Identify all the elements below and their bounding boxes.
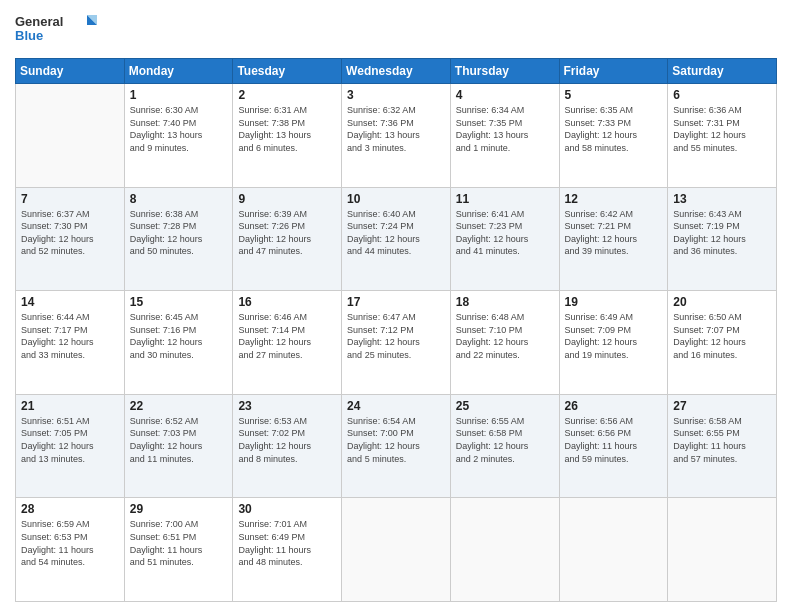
day-number: 13 [673,192,771,206]
calendar-cell: 21Sunrise: 6:51 AM Sunset: 7:05 PM Dayli… [16,394,125,498]
day-number: 26 [565,399,663,413]
day-info: Sunrise: 6:34 AM Sunset: 7:35 PM Dayligh… [456,104,554,154]
calendar-cell: 8Sunrise: 6:38 AM Sunset: 7:28 PM Daylig… [124,187,233,291]
calendar-table: SundayMondayTuesdayWednesdayThursdayFrid… [15,58,777,602]
calendar-cell [668,498,777,602]
calendar-cell: 4Sunrise: 6:34 AM Sunset: 7:35 PM Daylig… [450,84,559,188]
calendar-cell: 9Sunrise: 6:39 AM Sunset: 7:26 PM Daylig… [233,187,342,291]
day-number: 8 [130,192,228,206]
svg-text:Blue: Blue [15,28,43,43]
day-number: 10 [347,192,445,206]
calendar-cell: 15Sunrise: 6:45 AM Sunset: 7:16 PM Dayli… [124,291,233,395]
day-info: Sunrise: 6:50 AM Sunset: 7:07 PM Dayligh… [673,311,771,361]
day-number: 14 [21,295,119,309]
day-number: 22 [130,399,228,413]
day-number: 23 [238,399,336,413]
day-info: Sunrise: 6:53 AM Sunset: 7:02 PM Dayligh… [238,415,336,465]
calendar-cell: 30Sunrise: 7:01 AM Sunset: 6:49 PM Dayli… [233,498,342,602]
day-info: Sunrise: 7:01 AM Sunset: 6:49 PM Dayligh… [238,518,336,568]
day-info: Sunrise: 6:52 AM Sunset: 7:03 PM Dayligh… [130,415,228,465]
calendar-cell: 6Sunrise: 6:36 AM Sunset: 7:31 PM Daylig… [668,84,777,188]
day-number: 4 [456,88,554,102]
day-info: Sunrise: 6:45 AM Sunset: 7:16 PM Dayligh… [130,311,228,361]
day-number: 15 [130,295,228,309]
calendar-cell: 26Sunrise: 6:56 AM Sunset: 6:56 PM Dayli… [559,394,668,498]
calendar-cell [450,498,559,602]
calendar-cell: 29Sunrise: 7:00 AM Sunset: 6:51 PM Dayli… [124,498,233,602]
week-row-4: 21Sunrise: 6:51 AM Sunset: 7:05 PM Dayli… [16,394,777,498]
calendar-cell: 5Sunrise: 6:35 AM Sunset: 7:33 PM Daylig… [559,84,668,188]
calendar-cell: 1Sunrise: 6:30 AM Sunset: 7:40 PM Daylig… [124,84,233,188]
day-info: Sunrise: 6:35 AM Sunset: 7:33 PM Dayligh… [565,104,663,154]
weekday-header-tuesday: Tuesday [233,59,342,84]
weekday-header-monday: Monday [124,59,233,84]
day-number: 28 [21,502,119,516]
calendar-cell: 27Sunrise: 6:58 AM Sunset: 6:55 PM Dayli… [668,394,777,498]
week-row-1: 1Sunrise: 6:30 AM Sunset: 7:40 PM Daylig… [16,84,777,188]
day-info: Sunrise: 6:54 AM Sunset: 7:00 PM Dayligh… [347,415,445,465]
calendar-cell: 10Sunrise: 6:40 AM Sunset: 7:24 PM Dayli… [342,187,451,291]
calendar-cell: 2Sunrise: 6:31 AM Sunset: 7:38 PM Daylig… [233,84,342,188]
calendar-cell: 20Sunrise: 6:50 AM Sunset: 7:07 PM Dayli… [668,291,777,395]
day-info: Sunrise: 6:42 AM Sunset: 7:21 PM Dayligh… [565,208,663,258]
day-info: Sunrise: 7:00 AM Sunset: 6:51 PM Dayligh… [130,518,228,568]
calendar-cell: 13Sunrise: 6:43 AM Sunset: 7:19 PM Dayli… [668,187,777,291]
weekday-header-row: SundayMondayTuesdayWednesdayThursdayFrid… [16,59,777,84]
day-info: Sunrise: 6:32 AM Sunset: 7:36 PM Dayligh… [347,104,445,154]
calendar-cell: 16Sunrise: 6:46 AM Sunset: 7:14 PM Dayli… [233,291,342,395]
day-number: 11 [456,192,554,206]
logo: General Blue [15,10,105,50]
calendar-cell: 25Sunrise: 6:55 AM Sunset: 6:58 PM Dayli… [450,394,559,498]
day-number: 9 [238,192,336,206]
day-number: 6 [673,88,771,102]
weekday-header-friday: Friday [559,59,668,84]
svg-text:General: General [15,14,63,29]
day-number: 24 [347,399,445,413]
day-info: Sunrise: 6:55 AM Sunset: 6:58 PM Dayligh… [456,415,554,465]
day-number: 12 [565,192,663,206]
day-info: Sunrise: 6:40 AM Sunset: 7:24 PM Dayligh… [347,208,445,258]
week-row-3: 14Sunrise: 6:44 AM Sunset: 7:17 PM Dayli… [16,291,777,395]
day-info: Sunrise: 6:59 AM Sunset: 6:53 PM Dayligh… [21,518,119,568]
calendar-cell [559,498,668,602]
calendar-cell: 19Sunrise: 6:49 AM Sunset: 7:09 PM Dayli… [559,291,668,395]
weekday-header-saturday: Saturday [668,59,777,84]
calendar-cell: 28Sunrise: 6:59 AM Sunset: 6:53 PM Dayli… [16,498,125,602]
day-number: 25 [456,399,554,413]
calendar-cell [16,84,125,188]
day-info: Sunrise: 6:56 AM Sunset: 6:56 PM Dayligh… [565,415,663,465]
header: General Blue [15,10,777,50]
day-number: 17 [347,295,445,309]
day-number: 19 [565,295,663,309]
day-number: 1 [130,88,228,102]
calendar-cell: 22Sunrise: 6:52 AM Sunset: 7:03 PM Dayli… [124,394,233,498]
day-number: 18 [456,295,554,309]
day-number: 27 [673,399,771,413]
general-blue-logo: General Blue [15,10,105,50]
day-number: 30 [238,502,336,516]
calendar-cell: 24Sunrise: 6:54 AM Sunset: 7:00 PM Dayli… [342,394,451,498]
day-info: Sunrise: 6:36 AM Sunset: 7:31 PM Dayligh… [673,104,771,154]
day-info: Sunrise: 6:46 AM Sunset: 7:14 PM Dayligh… [238,311,336,361]
day-number: 2 [238,88,336,102]
calendar-cell: 3Sunrise: 6:32 AM Sunset: 7:36 PM Daylig… [342,84,451,188]
weekday-header-thursday: Thursday [450,59,559,84]
day-info: Sunrise: 6:41 AM Sunset: 7:23 PM Dayligh… [456,208,554,258]
day-info: Sunrise: 6:47 AM Sunset: 7:12 PM Dayligh… [347,311,445,361]
weekday-header-wednesday: Wednesday [342,59,451,84]
day-info: Sunrise: 6:30 AM Sunset: 7:40 PM Dayligh… [130,104,228,154]
day-number: 7 [21,192,119,206]
calendar-page: General Blue SundayMondayTuesdayWednesda… [0,0,792,612]
calendar-cell: 23Sunrise: 6:53 AM Sunset: 7:02 PM Dayli… [233,394,342,498]
day-info: Sunrise: 6:48 AM Sunset: 7:10 PM Dayligh… [456,311,554,361]
calendar-cell: 17Sunrise: 6:47 AM Sunset: 7:12 PM Dayli… [342,291,451,395]
day-number: 29 [130,502,228,516]
day-info: Sunrise: 6:38 AM Sunset: 7:28 PM Dayligh… [130,208,228,258]
day-number: 20 [673,295,771,309]
calendar-cell [342,498,451,602]
day-info: Sunrise: 6:39 AM Sunset: 7:26 PM Dayligh… [238,208,336,258]
day-number: 16 [238,295,336,309]
calendar-cell: 12Sunrise: 6:42 AM Sunset: 7:21 PM Dayli… [559,187,668,291]
calendar-cell: 18Sunrise: 6:48 AM Sunset: 7:10 PM Dayli… [450,291,559,395]
day-info: Sunrise: 6:58 AM Sunset: 6:55 PM Dayligh… [673,415,771,465]
